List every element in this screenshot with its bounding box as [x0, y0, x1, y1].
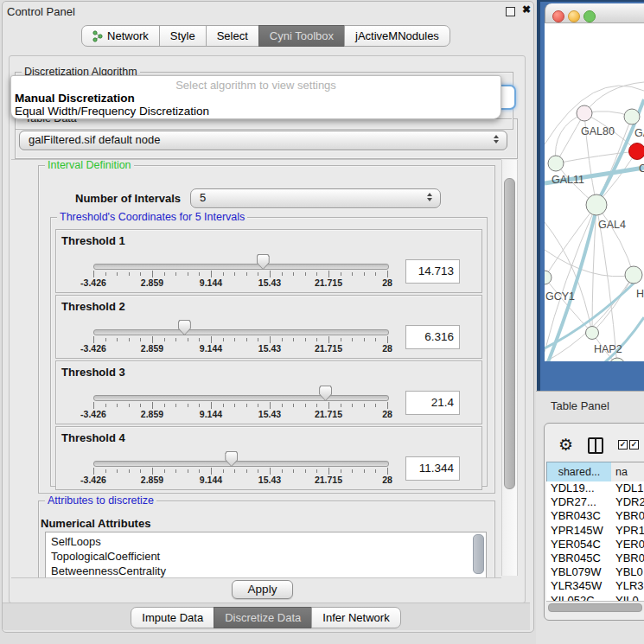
slider-tick — [341, 272, 341, 276]
attribute-list-item[interactable]: SelfLoops — [51, 535, 101, 548]
num-intervals-spinner[interactable]: 5 — [190, 188, 441, 208]
network-canvas[interactable]: GAL80GACGAL11GAL4GCY1HHAP2 — [545, 23, 644, 361]
slider-tick — [305, 469, 306, 473]
table-row[interactable]: YLR345WYLR3 — [546, 579, 644, 593]
column-header-shared[interactable]: shared... — [546, 462, 612, 482]
tab-infer-network[interactable]: Infer Network — [311, 607, 400, 628]
slider-tick — [305, 272, 306, 276]
network-node[interactable] — [609, 358, 625, 361]
float-window-icon[interactable] — [506, 7, 515, 16]
spinner-stepper-icon — [427, 193, 432, 201]
network-node[interactable] — [545, 271, 552, 284]
network-node[interactable] — [586, 194, 607, 215]
gear-icon[interactable]: ⚙ — [558, 435, 573, 455]
table-data-combobox[interactable]: galFiltered.sif default node — [19, 131, 507, 150]
slider-tick — [105, 469, 106, 473]
numerical-attributes-list[interactable]: SelfLoopsTopologicalCoefficientBetweenne… — [45, 532, 487, 578]
slider-tick — [352, 404, 353, 407]
table-row[interactable]: YER054CYER0 — [546, 538, 644, 552]
network-window-titlebar[interactable] — [545, 3, 644, 23]
shared-name-cell: YBL079W — [551, 565, 602, 578]
slider-tick — [93, 271, 94, 277]
threshold-value-field[interactable]: 21.4 — [405, 391, 460, 415]
network-edge[interactable] — [556, 113, 584, 163]
network-node[interactable] — [629, 143, 644, 160]
slider-track[interactable] — [93, 329, 389, 335]
slider-tick — [223, 469, 224, 473]
attributes-group-title: Attributes to discretize — [45, 495, 156, 506]
slider-scale-label: 2.859 — [126, 343, 178, 354]
slider-track[interactable] — [93, 395, 389, 401]
slider-scale-label: 21.715 — [303, 343, 354, 354]
tab-style[interactable]: Style — [159, 25, 207, 47]
slider-tick — [199, 469, 200, 473]
slider-tick — [234, 272, 235, 276]
network-node[interactable] — [577, 105, 592, 121]
attribute-list-item[interactable]: TopologicalCoefficient — [51, 550, 160, 563]
tab-discretize-data[interactable]: Discretize Data — [214, 607, 312, 628]
minimize-traffic-light[interactable] — [568, 10, 580, 22]
num-intervals-value: 5 — [200, 191, 206, 204]
network-node[interactable] — [624, 109, 640, 124]
name-cell: YDR2 — [615, 495, 644, 508]
tab-cyni-toolbox[interactable]: Cyni Toolbox — [258, 25, 345, 47]
table-row[interactable]: YBL079WYBL0 — [546, 565, 644, 579]
slider-tick — [175, 272, 176, 276]
slider-tick — [375, 469, 376, 473]
slider-tick — [375, 404, 376, 407]
slider-tick — [364, 272, 365, 276]
select-columns-icon[interactable]: ✓ — [618, 440, 628, 450]
slider-tick — [270, 336, 271, 343]
slider-tick — [282, 338, 283, 341]
threshold-value-field[interactable]: 14.713 — [405, 259, 460, 284]
table-row[interactable]: YBR045CYBR0 — [546, 552, 644, 565]
network-edge[interactable] — [556, 151, 637, 163]
tab-impute-data[interactable]: Impute Data — [131, 607, 214, 628]
threshold-value-field[interactable]: 11.344 — [405, 456, 460, 481]
tab-select[interactable]: Select — [206, 25, 259, 47]
table-row[interactable]: YDL19...YDL1 — [546, 481, 644, 495]
node-label: GA — [634, 127, 644, 139]
split-view-icon[interactable] — [588, 437, 603, 454]
slider-tick — [223, 272, 224, 276]
node-table-body[interactable]: YDL19...YDL1YDR27...YDR2YBR043CYBR0YPR14… — [546, 481, 644, 601]
close-traffic-light[interactable] — [552, 10, 564, 22]
table-hscrollbar[interactable] — [546, 601, 644, 613]
main-scrollbar[interactable] — [501, 160, 518, 576]
threshold-label: Threshold 4 — [61, 431, 125, 444]
network-node[interactable] — [548, 156, 564, 171]
main-scrollbar-thumb[interactable] — [504, 178, 515, 489]
select-rows-icon[interactable]: ✓ — [629, 440, 639, 450]
table-data-combobox-value: galFiltered.sif default node — [29, 133, 160, 146]
popup-item-equal-width-frequency[interactable]: Equal Width/Frequency Discretization — [15, 105, 209, 118]
table-row[interactable]: YDR27...YDR2 — [546, 495, 644, 509]
threshold-value-field[interactable]: 6.316 — [405, 325, 460, 349]
slider-scale-label: 15.43 — [244, 409, 296, 419]
column-header-name[interactable]: na — [611, 462, 644, 482]
apply-button[interactable]: Apply — [232, 580, 293, 599]
slider-tick — [129, 338, 130, 341]
list-scrollbar[interactable] — [473, 534, 484, 574]
slider-tick — [246, 404, 247, 407]
network-icon — [92, 30, 103, 42]
network-node[interactable] — [625, 266, 642, 284]
network-edge[interactable] — [584, 82, 644, 113]
zoom-traffic-light[interactable] — [583, 10, 596, 22]
table-row[interactable]: YBR043CYBR0 — [546, 509, 644, 523]
slider-track[interactable] — [93, 264, 389, 270]
slider-tick — [93, 336, 94, 343]
table-row[interactable]: YIL052CYIL0 — [546, 594, 644, 601]
slider-track[interactable] — [93, 461, 389, 467]
tab-network[interactable]: Network — [81, 25, 160, 47]
slider-tick — [246, 469, 247, 473]
close-icon[interactable]: ✖ — [522, 3, 531, 16]
network-node[interactable] — [586, 327, 599, 340]
popup-item-manual-discretization[interactable]: Manual Discretization — [15, 92, 135, 105]
tab-jactivemnodules[interactable]: jActiveMNodules — [344, 25, 450, 47]
network-edge[interactable] — [545, 250, 634, 277]
attribute-list-item[interactable]: BetweennessCentrality — [51, 564, 166, 577]
table-hscrollbar-thumb[interactable] — [548, 603, 642, 612]
table-row[interactable]: YPR145WYPR1 — [546, 524, 644, 538]
shared-name-cell: YPR145W — [551, 524, 603, 537]
tab-label: Infer Network — [322, 608, 389, 628]
